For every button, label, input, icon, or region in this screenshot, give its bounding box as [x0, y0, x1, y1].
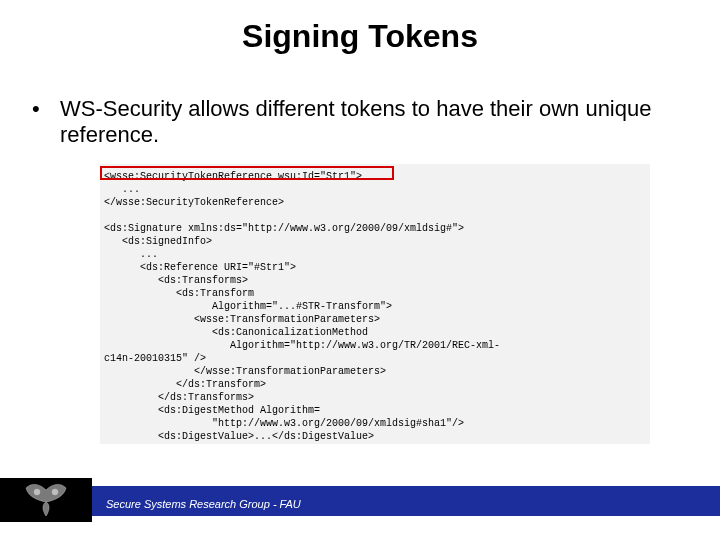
footer-logo-cell [0, 478, 92, 522]
bullet-list: • WS-Security allows different tokens to… [32, 96, 682, 149]
bullet-text: WS-Security allows different tokens to h… [60, 96, 682, 149]
svg-point-0 [34, 489, 40, 495]
slide: Signing Tokens • WS-Security allows diff… [0, 0, 720, 540]
owl-logo-icon [22, 482, 70, 518]
bullet-marker: • [32, 96, 60, 149]
bullet-item: • WS-Security allows different tokens to… [32, 96, 682, 149]
svg-point-1 [52, 489, 58, 495]
xml-code-block: <wsse:SecurityTokenReference wsu:Id="Str… [100, 164, 650, 444]
slide-title: Signing Tokens [0, 18, 720, 55]
footer-text: Secure Systems Research Group - FAU [106, 498, 301, 510]
